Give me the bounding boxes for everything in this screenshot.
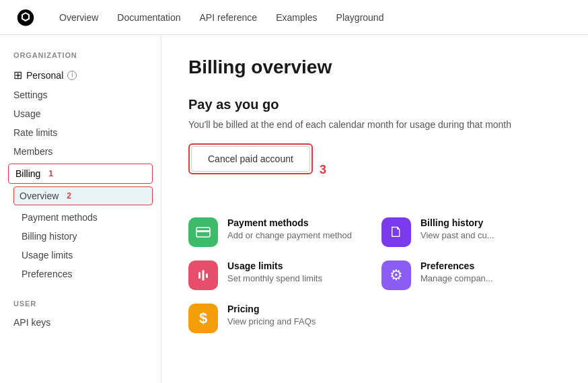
card-billing-history[interactable]: 🗋 Billing history View past and cu...	[381, 217, 561, 247]
card-usage-limits[interactable]: Usage limits Set monthly spend limits	[188, 260, 368, 290]
user-section-label: USER	[0, 300, 161, 308]
sidebar-usage-limits-label: Usage limits	[22, 250, 73, 260]
svg-rect-1	[196, 230, 210, 232]
usage-limits-icon	[188, 260, 218, 290]
sidebar-api-keys-label: API keys	[13, 317, 50, 328]
nav-overview-link[interactable]: Overview	[59, 12, 98, 23]
sidebar-billing-history[interactable]: Billing history	[0, 227, 161, 246]
nav-playground-link[interactable]: Playground	[336, 12, 384, 23]
sidebar-overview[interactable]: Overview 2	[13, 186, 153, 205]
svg-rect-3	[203, 270, 205, 281]
nav-examples-link[interactable]: Examples	[276, 12, 317, 23]
cards-grid: Payment methods Add or change payment me…	[188, 217, 561, 333]
nav-api-reference-link[interactable]: API reference	[200, 12, 258, 23]
sidebar-payment-methods[interactable]: Payment methods	[0, 208, 161, 227]
sidebar-preferences[interactable]: Preferences	[0, 265, 161, 283]
sidebar-members[interactable]: Members	[0, 142, 161, 161]
info-icon[interactable]: i	[67, 71, 77, 80]
sidebar: ORGANIZATION ⊞ Personal i Settings Usage…	[0, 35, 161, 383]
card-preferences[interactable]: ⚙ Preferences Manage compan...	[381, 260, 561, 290]
sidebar-members-label: Members	[13, 146, 52, 157]
billing-history-icon: 🗋	[381, 217, 411, 247]
card-usage-limits-text: Usage limits Set monthly spend limits	[227, 260, 322, 283]
card-preferences-text: Preferences Manage compan...	[420, 260, 493, 283]
card-payment-methods[interactable]: Payment methods Add or change payment me…	[188, 217, 368, 247]
section-title: Pay as you go	[188, 97, 561, 112]
sidebar-rate-limits-label: Rate limits	[13, 127, 57, 138]
sidebar-overview-label: Overview	[20, 190, 59, 201]
nav-documentation-link[interactable]: Documentation	[117, 12, 180, 23]
sidebar-usage-limits[interactable]: Usage limits	[0, 246, 161, 265]
overview-annotation: 2	[67, 191, 71, 201]
org-section-label: ORGANIZATION	[0, 51, 161, 59]
sidebar-billing-label: Billing	[15, 168, 40, 179]
cancel-annotation: 3	[320, 163, 326, 177]
svg-rect-4	[206, 273, 208, 278]
sidebar-settings-label: Settings	[13, 90, 48, 100]
preferences-icon: ⚙	[381, 260, 411, 290]
billing-annotation: 1	[48, 169, 53, 178]
sidebar-settings[interactable]: Settings	[0, 85, 161, 104]
card-pricing-text: Pricing View pricing and FAQs	[227, 304, 316, 326]
personal-label: Personal	[26, 70, 63, 81]
personal-row: ⊞ Personal i	[0, 65, 161, 85]
svg-rect-2	[198, 272, 200, 279]
pricing-icon: $	[188, 304, 218, 333]
cancel-paid-account-button[interactable]: Cancel paid account	[191, 146, 310, 172]
card-billing-history-text: Billing history View past and cu...	[420, 217, 494, 240]
card-pricing[interactable]: $ Pricing View pricing and FAQs	[188, 304, 368, 333]
sidebar-payment-methods-label: Payment methods	[22, 212, 98, 223]
sidebar-api-keys[interactable]: API keys	[0, 313, 161, 332]
sidebar-billing-history-label: Billing history	[22, 231, 77, 242]
sidebar-usage-label: Usage	[13, 108, 40, 119]
main-content: Billing overview Pay as you go You'll be…	[161, 35, 588, 383]
sidebar-usage[interactable]: Usage	[0, 104, 161, 123]
card-payment-methods-text: Payment methods Add or change payment me…	[227, 217, 352, 240]
top-nav: Overview Documentation API reference Exa…	[0, 0, 588, 35]
layout: ORGANIZATION ⊞ Personal i Settings Usage…	[0, 35, 588, 383]
sidebar-rate-limits[interactable]: Rate limits	[0, 123, 161, 142]
page-title: Billing overview	[188, 57, 561, 78]
logo[interactable]	[16, 8, 35, 27]
sidebar-preferences-label: Preferences	[22, 269, 72, 279]
sidebar-billing[interactable]: Billing 1	[8, 164, 153, 184]
payment-methods-icon	[188, 217, 218, 247]
section-desc: You'll be billed at the end of each cale…	[188, 119, 561, 130]
cancel-btn-wrapper: Cancel paid account	[188, 143, 313, 174]
